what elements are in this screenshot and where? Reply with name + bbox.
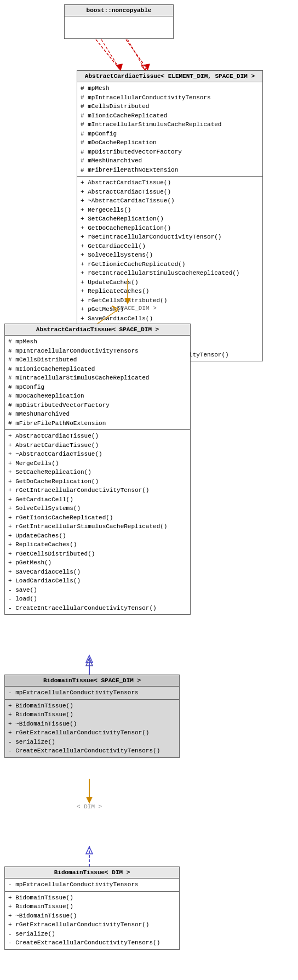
svg-line-2 [126, 39, 148, 70]
svg-line-19 [101, 39, 121, 70]
boost-noncopyable-box: boost::noncopyable [64, 4, 174, 39]
bidomain-space-fields: - mpExtracellularConductivityTensors [5, 687, 179, 700]
bidomain-dim-fields: - mpExtracellularConductivityTensors [5, 879, 179, 892]
bidomain-dim-methods: + BidomainTissue() + BidomainTissue() + … [5, 892, 179, 949]
bidomain-space-methods: + BidomainTissue() + BidomainTissue() + … [5, 700, 179, 757]
bidomain-dim-box: BidomainTissue< DIM > - mpExtracellularC… [4, 866, 180, 950]
space-dim-label: < SPACE_DIM > [110, 305, 157, 311]
svg-line-21 [128, 39, 145, 70]
abstract-space-box: AbstractCardiacTissue< SPACE_DIM > # mpM… [4, 324, 191, 615]
svg-marker-3 [145, 64, 150, 70]
abstract-space-title: AbstractCardiacTissue< SPACE_DIM > [5, 324, 190, 336]
abstract-template-box: AbstractCardiacTissue< ELEMENT_DIM, SPAC… [77, 70, 263, 361]
abstract-template-fields: # mpMesh # mpIntracellularConductivityTe… [77, 82, 262, 177]
abstract-template-title: AbstractCardiacTissue< ELEMENT_DIM, SPAC… [77, 71, 262, 82]
svg-marker-20 [117, 65, 122, 70]
svg-marker-22 [141, 65, 147, 70]
svg-marker-1 [117, 64, 123, 70]
boost-noncopyable-title: boost::noncopyable [65, 5, 173, 16]
svg-line-0 [96, 39, 121, 70]
abstract-space-fields: # mpMesh # mpIntracellularConductivityTe… [5, 336, 190, 430]
svg-marker-16 [86, 797, 93, 803]
bidomain-space-box: BidomainTissue< SPACE_DIM > - mpExtracel… [4, 675, 180, 758]
abstract-space-methods: + AbstractCardiacTissue() + AbstractCard… [5, 430, 190, 614]
